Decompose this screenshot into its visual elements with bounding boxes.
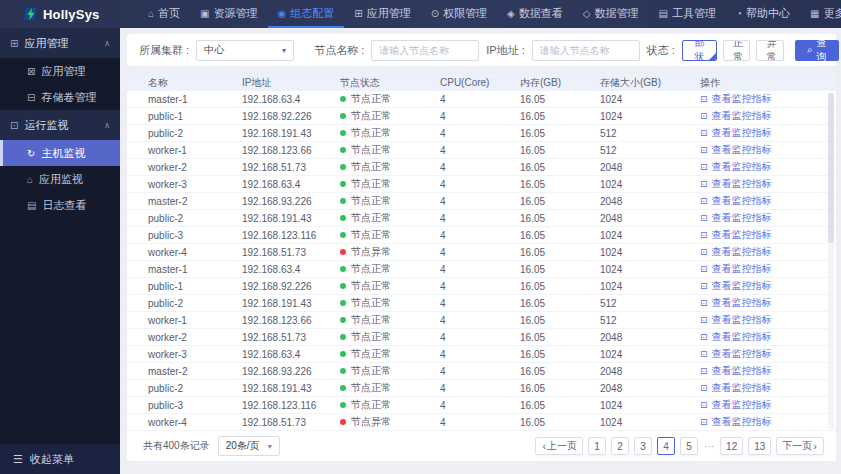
view-metrics-link[interactable]: ⊡查看监控指标: [700, 228, 836, 242]
page-button-13[interactable]: 13: [748, 437, 771, 455]
sidebar-item-1-2[interactable]: ▤日志查看: [0, 192, 120, 218]
view-metrics-link[interactable]: ⊡查看监控指标: [700, 398, 836, 412]
view-metrics-link[interactable]: ⊡查看监控指标: [700, 194, 836, 208]
view-metrics-link[interactable]: ⊡查看监控指标: [700, 211, 836, 225]
view-metrics-link[interactable]: ⊡查看监控指标: [700, 313, 836, 327]
nav-item-9[interactable]: ▦更多▾: [800, 0, 841, 28]
sidebar-group-1[interactable]: ⊡运行监视∧: [0, 110, 120, 140]
table-header-row: 名称IP地址节点状态CPU(Core)内存(GB)存储大小(GB)操作: [127, 74, 836, 91]
view-metrics-link[interactable]: ⊡查看监控指标: [700, 177, 836, 191]
cpu-cell: 4: [440, 383, 520, 394]
ip-cell: 192.168.63.4: [242, 349, 340, 360]
view-metrics-link[interactable]: ⊡查看监控指标: [700, 330, 836, 344]
view-metrics-link[interactable]: ⊡查看监控指标: [700, 160, 836, 174]
sidebar-group-0[interactable]: ⊞应用管理∧: [0, 28, 120, 58]
node-name-cell: worker-1: [148, 145, 242, 156]
view-metrics-label: 查看监控指标: [712, 194, 772, 208]
view-metrics-link[interactable]: ⊡查看监控指标: [700, 415, 836, 429]
status-text: 节点异常: [351, 416, 391, 427]
status-text: 节点正常: [351, 178, 391, 189]
view-metrics-link[interactable]: ⊡查看监控指标: [700, 347, 836, 361]
search-button[interactable]: ⌕ 查询: [795, 40, 839, 61]
prev-page-button[interactable]: ‹上一页: [535, 437, 583, 455]
status-dot-icon: [340, 402, 346, 408]
status-cell: 节点正常: [340, 177, 440, 191]
cpu-cell: 4: [440, 145, 520, 156]
sidebar-item-0-1[interactable]: ⊟存储卷管理: [0, 84, 120, 110]
nav-item-2[interactable]: ◉组态配置: [268, 0, 345, 28]
view-metrics-link[interactable]: ⊡查看监控指标: [700, 126, 836, 140]
view-metrics-link[interactable]: ⊡查看监控指标: [700, 279, 836, 293]
nav-item-3[interactable]: ⊞应用管理: [344, 0, 420, 28]
table-row: worker-3192.168.63.4节点正常416.051024⊡查看监控指…: [127, 346, 836, 363]
view-metrics-link[interactable]: ⊡查看监控指标: [700, 364, 836, 378]
page-button-5[interactable]: 5: [680, 437, 698, 455]
sidebar-item-0-0[interactable]: ⊠应用管理: [0, 58, 120, 84]
status-option-1[interactable]: 正常: [723, 40, 751, 61]
nav-item-0[interactable]: ⌂首页: [138, 0, 190, 28]
status-filter-group: 全部状态正常异常: [682, 40, 784, 61]
page-button-3[interactable]: 3: [634, 437, 652, 455]
view-metrics-label: 查看监控指标: [712, 211, 772, 225]
cpu-cell: 4: [440, 230, 520, 241]
nav-item-5[interactable]: ◈数据查看: [497, 0, 573, 28]
status-option-0[interactable]: 全部状态: [682, 40, 717, 61]
status-dot-icon: [340, 300, 346, 306]
status-dot-icon: [340, 164, 346, 170]
nav-item-8[interactable]: ◔帮助中心: [726, 0, 800, 28]
monitor-icon: ⊡: [700, 162, 708, 172]
status-text: 节点正常: [351, 314, 391, 325]
cpu-cell: 4: [440, 400, 520, 411]
page-button-2[interactable]: 2: [611, 437, 629, 455]
sidebar-item-1-1[interactable]: ⌂应用监视: [0, 166, 120, 192]
view-metrics-link[interactable]: ⊡查看监控指标: [700, 245, 836, 259]
monitor-icon: ⊡: [700, 264, 708, 274]
storage-cell: 1024: [600, 230, 700, 241]
view-metrics-link[interactable]: ⊡查看监控指标: [700, 262, 836, 276]
scrollbar[interactable]: [828, 93, 834, 429]
action-cell: ⊡查看监控指标: [700, 381, 836, 395]
status-option-2[interactable]: 异常: [756, 40, 784, 61]
page-size-value: 20条/页: [226, 439, 260, 453]
memory-cell: 16.05: [520, 298, 600, 309]
status-cell: 节点正常: [340, 126, 440, 140]
nav-item-7[interactable]: ▤工具管理: [648, 0, 725, 28]
nav-item-1[interactable]: ▣资源管理: [190, 0, 267, 28]
table-row: master-2192.168.93.226节点正常416.052048⊡查看监…: [127, 363, 836, 380]
action-cell: ⊡查看监控指标: [700, 143, 836, 157]
page-button-1[interactable]: 1: [588, 437, 606, 455]
nav-item-6[interactable]: ◇数据管理: [573, 0, 649, 28]
scrollbar-thumb[interactable]: [828, 93, 834, 243]
status-cell: 节点正常: [340, 313, 440, 327]
view-metrics-link[interactable]: ⊡查看监控指标: [700, 92, 836, 106]
sidebar-item-1-0[interactable]: ↻主机监视: [0, 140, 120, 166]
view-metrics-link[interactable]: ⊡查看监控指标: [700, 296, 836, 310]
nav-item-4[interactable]: ⊙权限管理: [421, 0, 497, 28]
table-row: worker-4192.168.51.73节点异常416.051024⊡查看监控…: [127, 244, 836, 261]
status-dot-icon: [340, 249, 346, 255]
ip-input[interactable]: [532, 40, 640, 61]
cluster-select[interactable]: 中心 ▾: [196, 40, 294, 61]
node-name-input[interactable]: [371, 40, 479, 61]
status-option-label: 正常: [733, 40, 743, 61]
ip-cell: 192.168.63.4: [242, 94, 340, 105]
log-icon: ▤: [27, 200, 36, 211]
table-row: public-2192.168.191.43节点正常416.05512⊡查看监控…: [127, 125, 836, 142]
app-group-icon: ⊞: [10, 38, 18, 49]
cpu-cell: 4: [440, 162, 520, 173]
page-button-4[interactable]: 4: [657, 437, 675, 455]
view-metrics-link[interactable]: ⊡查看监控指标: [700, 109, 836, 123]
view-metrics-link[interactable]: ⊡查看监控指标: [700, 143, 836, 157]
storage-cell: 512: [600, 298, 700, 309]
node-name-cell: public-1: [148, 281, 242, 292]
collapse-menu-button[interactable]: ☰ 收起菜单: [0, 444, 120, 474]
prev-page-label: 上一页: [547, 439, 577, 453]
next-page-button[interactable]: 下一页›: [776, 437, 824, 455]
storage-cell: 2048: [600, 162, 700, 173]
node-name-cell: worker-2: [148, 332, 242, 343]
ip-cell: 192.168.123.116: [242, 230, 340, 241]
page-button-12[interactable]: 12: [720, 437, 743, 455]
page-size-select[interactable]: 20条/页 ▾: [218, 436, 280, 456]
view-metrics-link[interactable]: ⊡查看监控指标: [700, 381, 836, 395]
search-icon: ⌕: [807, 44, 813, 56]
